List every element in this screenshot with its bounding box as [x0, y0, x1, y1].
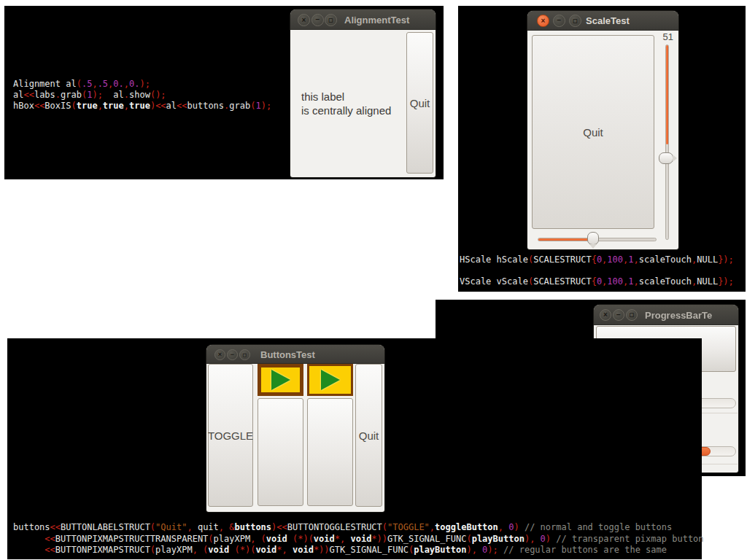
window-title: AlignmentTest [344, 15, 409, 26]
close-icon[interactable]: × [214, 349, 225, 360]
window-title: ButtonsTest [260, 349, 315, 360]
code-line: VScale vScale(SCALESTRUCT{0,100,1,scaleT… [460, 276, 734, 287]
quit-button[interactable]: Quit [406, 32, 433, 174]
buttonstest-titlebar[interactable]: × − ◻ ButtonsTest [206, 345, 384, 364]
progressbartest-titlebar[interactable]: × − ◻ ProgressBarTe [594, 305, 738, 325]
hscale-fill [538, 238, 594, 241]
code-line: HScale hScale(SCALESTRUCT{0,100,1,scaleT… [460, 254, 734, 265]
alignmenttest-window: × − ◻ AlignmentTest this labelis central… [290, 9, 436, 177]
label-line2: is centrally aligned [301, 104, 391, 117]
buttonstest-window: × − ◻ ButtonsTest TOGGLE Quit [206, 345, 384, 512]
close-icon[interactable]: × [298, 14, 310, 26]
vscale-trough[interactable] [665, 44, 669, 240]
quit-button[interactable]: Quit [532, 35, 654, 229]
window-title: ProgressBarTe [645, 310, 737, 321]
play-pixmap-button-transparent[interactable] [258, 364, 303, 396]
play-icon [271, 370, 290, 390]
code-line: hBox<<BoxIS(true,true,true)<<al<<buttons… [13, 101, 271, 111]
alignmenttest-titlebar[interactable]: × − ◻ AlignmentTest [290, 9, 436, 30]
code-line: buttons<<BUTTONLABELSTRUCT("Quit", quit,… [13, 522, 672, 532]
quit-button[interactable]: Quit [355, 364, 382, 507]
maximize-icon[interactable]: ◻ [626, 309, 638, 321]
minimize-icon[interactable]: − [311, 14, 324, 26]
code-line: al<<labs.grab(1); al.show(); [13, 90, 166, 100]
close-icon[interactable]: × [537, 15, 549, 27]
vscale-handle[interactable] [659, 152, 673, 164]
play-pixmap-button[interactable] [307, 364, 353, 396]
hscale-handle[interactable] [587, 232, 599, 245]
window-title: ScaleTest [586, 15, 630, 26]
maximize-icon[interactable]: ◻ [239, 349, 250, 360]
code-line: Alignment al(.5,.5,0.,0.); [13, 79, 150, 89]
maximize-icon[interactable]: ◻ [325, 14, 337, 26]
minimize-icon[interactable]: − [553, 15, 565, 27]
code-line: <<BUTTONPIXMAPSTRUCTTRANSPARENT(playXPM,… [13, 534, 704, 544]
vscale-fill [666, 45, 668, 144]
maximize-icon[interactable]: ◻ [569, 15, 581, 27]
label-line1: this label [301, 90, 344, 103]
scaletest-window: × − ◻ ScaleTest Quit 51 [527, 11, 678, 249]
code-line: <<BUTTONPIXMAPSTRUCT(playXPM, (void (*)(… [13, 545, 667, 555]
minimize-icon[interactable]: − [613, 309, 624, 321]
blank-button[interactable] [258, 398, 303, 506]
toggle-button[interactable]: TOGGLE [208, 364, 253, 507]
play-icon [321, 370, 340, 390]
close-icon[interactable]: × [600, 309, 611, 321]
scaletest-titlebar[interactable]: × − ◻ ScaleTest [527, 11, 678, 31]
minimize-icon[interactable]: − [227, 349, 238, 360]
blank-button[interactable] [307, 398, 353, 506]
page: Alignment al(.5,.5,0.,0.); al<<labs.grab… [0, 0, 747, 560]
centered-label: this labelis centrally aligned [301, 90, 391, 117]
vscale-value: 51 [663, 31, 673, 42]
